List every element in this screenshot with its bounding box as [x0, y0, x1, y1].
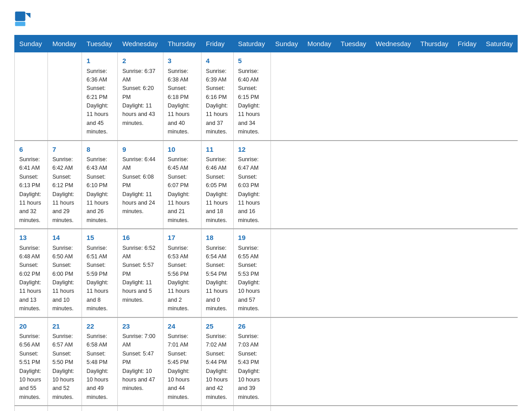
- calendar-cell: 21Sunrise: 6:57 AMSunset: 5:50 PMDayligh…: [47, 317, 82, 406]
- day-info: Sunrise: 6:54 AMSunset: 5:54 PMDaylight:…: [206, 244, 229, 313]
- calendar-cell: 27Sunrise: 6:04 AMSunset: 4:41 PMDayligh…: [15, 406, 48, 411]
- calendar-cell: 13Sunrise: 6:48 AMSunset: 6:02 PMDayligh…: [15, 229, 48, 317]
- day-number: 21: [52, 321, 77, 332]
- day-info: Sunrise: 6:40 AMSunset: 6:15 PMDaylight:…: [238, 67, 266, 137]
- svg-rect-2: [15, 22, 26, 26]
- day-info: Sunrise: 7:01 AMSunset: 5:45 PMDaylight:…: [168, 332, 197, 402]
- day-info: Sunrise: 6:45 AMSunset: 6:07 PMDaylight:…: [168, 155, 197, 225]
- calendar-cell: 1Sunrise: 6:36 AMSunset: 6:21 PMDaylight…: [82, 52, 118, 141]
- calendar-cell: [15, 52, 48, 141]
- calendar-cell: 19Sunrise: 6:55 AMSunset: 5:53 PMDayligh…: [233, 229, 270, 317]
- day-number: 3: [168, 56, 197, 66]
- day-of-week-header: Sunday: [270, 35, 303, 52]
- day-of-week-header: Tuesday: [336, 35, 371, 52]
- day-of-week-header: Saturday: [481, 35, 517, 52]
- day-number: 4: [206, 56, 229, 66]
- day-number: 17: [168, 233, 197, 243]
- calendar-cell: 8Sunrise: 6:43 AMSunset: 6:10 PMDaylight…: [82, 141, 118, 229]
- day-info: Sunrise: 7:02 AMSunset: 5:44 PMDaylight:…: [206, 332, 229, 402]
- calendar-week-row: 13Sunrise: 6:48 AMSunset: 6:02 PMDayligh…: [15, 229, 518, 317]
- day-of-week-header: Friday: [453, 35, 481, 52]
- day-info: Sunrise: 6:47 AMSunset: 6:03 PMDaylight:…: [238, 155, 266, 225]
- calendar-cell: 31Sunrise: 6:09 AMSunset: 4:36 PMDayligh…: [163, 406, 201, 411]
- day-info: Sunrise: 6:57 AMSunset: 5:50 PMDaylight:…: [52, 332, 77, 402]
- day-of-week-header: Thursday: [416, 35, 453, 52]
- day-number: 1: [86, 56, 113, 66]
- day-number: 19: [238, 233, 266, 243]
- day-of-week-header: Sunday: [15, 35, 48, 52]
- day-number: 12: [238, 145, 266, 155]
- logo: [14, 11, 31, 27]
- calendar-cell: 22Sunrise: 6:58 AMSunset: 5:48 PMDayligh…: [82, 317, 118, 406]
- day-info: Sunrise: 6:42 AMSunset: 6:12 PMDaylight:…: [52, 155, 77, 225]
- day-info: Sunrise: 6:50 AMSunset: 6:00 PMDaylight:…: [52, 244, 77, 313]
- calendar-cell: 12Sunrise: 6:47 AMSunset: 6:03 PMDayligh…: [233, 141, 270, 229]
- day-info: Sunrise: 7:03 AMSunset: 5:43 PMDaylight:…: [238, 332, 266, 402]
- day-number: 16: [122, 233, 158, 243]
- day-of-week-header: Monday: [47, 35, 82, 52]
- day-number: 23: [122, 321, 158, 332]
- day-of-week-header: Tuesday: [82, 35, 118, 52]
- day-number: 22: [86, 321, 113, 332]
- calendar-cell: 23Sunrise: 7:00 AMSunset: 5:47 PMDayligh…: [118, 317, 163, 406]
- day-number: 9: [122, 145, 158, 155]
- day-info: Sunrise: 6:46 AMSunset: 6:05 PMDaylight:…: [206, 155, 229, 225]
- calendar-cell: 11Sunrise: 6:46 AMSunset: 6:05 PMDayligh…: [201, 141, 233, 229]
- day-info: Sunrise: 6:43 AMSunset: 6:10 PMDaylight:…: [86, 155, 113, 225]
- day-info: Sunrise: 6:51 AMSunset: 5:59 PMDaylight:…: [86, 244, 113, 313]
- calendar-cell: 28Sunrise: 6:05 AMSunset: 4:40 PMDayligh…: [47, 406, 82, 411]
- day-number: 5: [238, 56, 266, 66]
- calendar-cell: 9Sunrise: 6:44 AMSunset: 6:08 PMDaylight…: [118, 141, 163, 229]
- calendar-cell: 30Sunrise: 6:08 AMSunset: 4:37 PMDayligh…: [118, 406, 163, 411]
- day-info: Sunrise: 6:38 AMSunset: 6:18 PMDaylight:…: [168, 67, 197, 137]
- day-info: Sunrise: 6:39 AMSunset: 6:16 PMDaylight:…: [206, 67, 229, 137]
- day-number: 10: [168, 145, 197, 155]
- calendar-cell: 20Sunrise: 6:56 AMSunset: 5:51 PMDayligh…: [15, 317, 48, 406]
- day-info: Sunrise: 7:00 AMSunset: 5:47 PMDaylight:…: [122, 332, 158, 393]
- calendar-cell: 7Sunrise: 6:42 AMSunset: 6:12 PMDaylight…: [47, 141, 82, 229]
- day-number: 8: [86, 145, 113, 155]
- day-number: 13: [19, 233, 43, 243]
- day-number: 11: [206, 145, 229, 155]
- calendar-cell: 29Sunrise: 6:07 AMSunset: 4:39 PMDayligh…: [82, 406, 118, 411]
- calendar-cell: 6Sunrise: 6:41 AMSunset: 6:13 PMDaylight…: [15, 141, 48, 229]
- calendar-week-row: 20Sunrise: 6:56 AMSunset: 5:51 PMDayligh…: [15, 317, 518, 406]
- day-info: Sunrise: 6:55 AMSunset: 5:53 PMDaylight:…: [238, 244, 266, 313]
- day-number: 2: [122, 56, 158, 66]
- day-number: 6: [19, 145, 43, 155]
- day-number: 14: [52, 233, 77, 243]
- day-info: Sunrise: 6:53 AMSunset: 5:56 PMDaylight:…: [168, 244, 197, 313]
- day-number: 7: [52, 145, 77, 155]
- calendar-week-row: 6Sunrise: 6:41 AMSunset: 6:13 PMDaylight…: [15, 141, 518, 229]
- svg-marker-1: [26, 13, 30, 18]
- day-of-week-header: Monday: [303, 35, 336, 52]
- day-info: Sunrise: 6:48 AMSunset: 6:02 PMDaylight:…: [19, 244, 43, 313]
- day-number: 25: [206, 321, 229, 332]
- calendar-table: SundayMondayTuesdayWednesdayThursdayFrid…: [14, 35, 518, 411]
- calendar-cell: 3Sunrise: 6:38 AMSunset: 6:18 PMDaylight…: [163, 52, 201, 141]
- day-info: Sunrise: 6:56 AMSunset: 5:51 PMDaylight:…: [19, 332, 43, 402]
- day-info: Sunrise: 6:58 AMSunset: 5:48 PMDaylight:…: [86, 332, 113, 402]
- day-of-week-header: Friday: [201, 35, 233, 52]
- calendar-cell: 25Sunrise: 7:02 AMSunset: 5:44 PMDayligh…: [201, 317, 233, 406]
- calendar-cell: 10Sunrise: 6:45 AMSunset: 6:07 PMDayligh…: [163, 141, 201, 229]
- calendar-cell: [47, 52, 82, 141]
- calendar-cell: 15Sunrise: 6:51 AMSunset: 5:59 PMDayligh…: [82, 229, 118, 317]
- calendar-cell: [201, 406, 233, 411]
- calendar-week-row: 1Sunrise: 6:36 AMSunset: 6:21 PMDaylight…: [15, 52, 518, 141]
- calendar-cell: 2Sunrise: 6:37 AMSunset: 6:20 PMDaylight…: [118, 52, 163, 141]
- day-number: 18: [206, 233, 229, 243]
- day-number: 26: [238, 321, 266, 332]
- calendar-cell: 18Sunrise: 6:54 AMSunset: 5:54 PMDayligh…: [201, 229, 233, 317]
- calendar-cell: 14Sunrise: 6:50 AMSunset: 6:00 PMDayligh…: [47, 229, 82, 317]
- calendar-header-row: SundayMondayTuesdayWednesdayThursdayFrid…: [15, 35, 518, 52]
- day-of-week-header: Thursday: [163, 35, 201, 52]
- calendar-cell: [233, 406, 270, 411]
- day-of-week-header: Wednesday: [371, 35, 416, 52]
- day-info: Sunrise: 6:52 AMSunset: 5:57 PMDaylight:…: [122, 244, 158, 305]
- page-header: [14, 11, 518, 27]
- day-number: 20: [19, 321, 43, 332]
- svg-rect-0: [15, 12, 26, 21]
- calendar-week-row: 27Sunrise: 6:04 AMSunset: 4:41 PMDayligh…: [15, 406, 518, 411]
- day-info: Sunrise: 6:44 AMSunset: 6:08 PMDaylight:…: [122, 155, 158, 216]
